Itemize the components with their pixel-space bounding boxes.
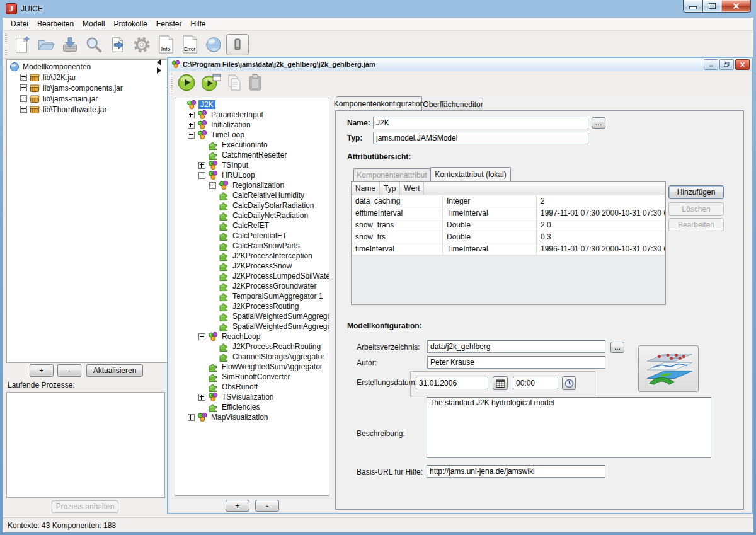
settings-button[interactable] [130,33,154,56]
attribute-row[interactable]: efftimeInterval TimeInterval 1997-11-01 … [352,207,665,219]
jar-tree-item[interactable]: lib\Thornthwaite.jar [20,104,167,115]
open-model-button[interactable] [34,33,58,56]
run-model-button[interactable] [177,73,196,94]
model-tree-node[interactable]: J2KProcessInterception [209,251,329,261]
model-tree-node[interactable]: ReachLoop [198,331,329,342]
toolbar-grip[interactable] [5,33,7,55]
close-button[interactable] [721,0,751,13]
model-tree-node[interactable]: CalcDailyNetRadiation [209,210,329,221]
menu-item[interactable]: Modell [78,18,109,30]
model-tree-node[interactable]: J2KProcessGroundwater [209,281,329,291]
expander-icon[interactable] [188,132,195,139]
model-tree-node[interactable]: ChannelStorageAggregator [209,352,329,362]
model-tree-node[interactable]: TSInput [198,160,329,170]
model-tree-node[interactable]: J2KProcessSnow [209,261,329,271]
menu-item[interactable]: Fenster [152,18,186,30]
model-tree-node[interactable]: HRULoop [198,170,329,180]
column-header[interactable]: Typ [380,182,400,195]
import-button[interactable] [106,33,130,56]
model-tree-remove-button[interactable]: - [255,500,279,512]
attribute-row[interactable]: data_caching Integer 2 [352,195,665,207]
run-model-gui-button[interactable] [201,73,221,94]
new-model-button[interactable] [10,33,34,56]
workdir-input[interactable] [427,340,605,353]
menu-item[interactable]: Datei [6,18,33,30]
model-tree-node[interactable]: ParameterInput [188,110,329,120]
attribute-delete-button[interactable]: Löschen [668,202,724,216]
calendar-button[interactable] [493,376,508,390]
author-input[interactable] [427,356,605,369]
date-input[interactable] [416,377,488,389]
model-tree-node[interactable]: J2KProcessRouting [209,301,329,311]
model-tree-node[interactable]: CatchmentResetter [198,150,329,160]
collapse-left-icon[interactable] [157,59,161,66]
expander-icon[interactable] [20,74,27,81]
web-button[interactable] [202,33,226,56]
config-tab[interactable]: Komponentenkonfiguration [336,96,422,110]
library-add-button[interactable]: + [30,364,54,377]
attribute-tab[interactable]: Kontextattribut (lokal) [430,167,511,181]
attribute-edit-button[interactable]: Bearbeiten [668,218,724,231]
column-header[interactable]: Name [352,182,380,195]
model-tree[interactable]: J2K [175,98,329,496]
menu-item[interactable]: Protokolle [109,18,151,30]
model-tree-node[interactable]: Initialization [188,120,329,130]
model-tree-add-button[interactable]: + [226,500,249,512]
model-tree-node[interactable]: TemporalSumAggregator 1 [209,291,329,301]
typ-input[interactable] [373,132,588,144]
frame-restore-button[interactable] [719,59,734,70]
titlebar[interactable]: J JUICE [0,0,756,18]
model-tree-node[interactable]: SimRunoffConverter [198,372,329,382]
model-tree-node[interactable]: CalcPotentialET [209,231,329,241]
model-tree-node[interactable]: SpatialWeightedSumAggregator 2 [209,321,329,331]
model-tree-node[interactable]: CalcRelativeHumidity [209,190,329,200]
model-tree-node[interactable]: J2KProcessLumpedSoilWater [209,271,329,281]
expander-icon[interactable] [198,394,205,401]
library-remove-button[interactable]: - [57,364,81,377]
running-processes-list[interactable] [6,392,165,498]
maximize-button[interactable] [703,0,721,13]
attribute-row[interactable]: timeInterval TimeInterval 1996-11-01 07:… [352,243,665,255]
model-tree-node[interactable]: J2K [177,100,329,110]
workdir-browse-button[interactable]: ... [610,342,624,353]
expander-icon[interactable] [209,182,216,189]
device-toggle-button[interactable] [226,33,249,56]
splitpane-divider[interactable] [157,59,163,74]
model-frame-titlebar[interactable]: C:\Program Files\jams\data\j2k_gehlberg\… [168,58,752,71]
expander-icon[interactable] [198,172,205,179]
expander-icon[interactable] [188,122,195,129]
attribute-tab[interactable]: Komponentenattribut [353,168,430,181]
model-tree-node[interactable]: CalcRainSnowParts [209,241,329,251]
expander-icon[interactable] [20,95,27,102]
error-log-button[interactable]: Error [178,33,202,56]
menu-item[interactable]: Bearbeiten [33,18,78,30]
stop-process-button[interactable]: Prozess anhalten [52,500,118,513]
model-tree-node[interactable]: MapVisualization [188,412,329,422]
tree-root-row[interactable]: Modellkomponenten [9,61,167,72]
config-tab[interactable]: Oberflächeneditor [423,98,483,110]
time-input[interactable] [513,377,558,389]
name-input[interactable] [373,117,588,129]
model-tree-node[interactable]: CalcRefET [209,221,329,231]
attribute-row[interactable]: snow_trs Double 0.3 [352,231,665,243]
search-button[interactable] [82,33,106,56]
component-library-tree[interactable]: Modellkomponenten lib\J2K.j [6,59,168,363]
expander-icon[interactable] [198,333,205,340]
minimize-button[interactable] [683,0,703,13]
expander-icon[interactable] [20,84,27,91]
copy-button[interactable] [226,74,243,93]
attribute-add-button[interactable]: Hinzufügen [668,185,724,199]
model-tree-node[interactable]: TSVisualization [198,392,329,402]
jar-tree-item[interactable]: lib\jams-components.jar [20,83,167,93]
model-tree-node[interactable]: SpatialWeightedSumAggregator 1 [209,311,329,321]
description-textarea[interactable]: The standard J2K hydrological model [427,397,711,458]
library-refresh-button[interactable]: Aktualisieren [86,364,143,377]
attribute-table[interactable]: NameTypWert data_caching Integer 2 [351,181,666,305]
model-tree-node[interactable]: J2KProcessReachRouting [209,342,329,352]
model-tree-node[interactable]: Efficiencies [198,402,329,412]
help-url-input[interactable] [427,465,605,478]
info-log-button[interactable]: Info [154,33,178,56]
jar-tree-item[interactable]: lib\jams-main.jar [20,93,167,104]
model-tree-node[interactable]: ObsRunoff [198,382,329,392]
expander-icon[interactable] [20,106,27,113]
